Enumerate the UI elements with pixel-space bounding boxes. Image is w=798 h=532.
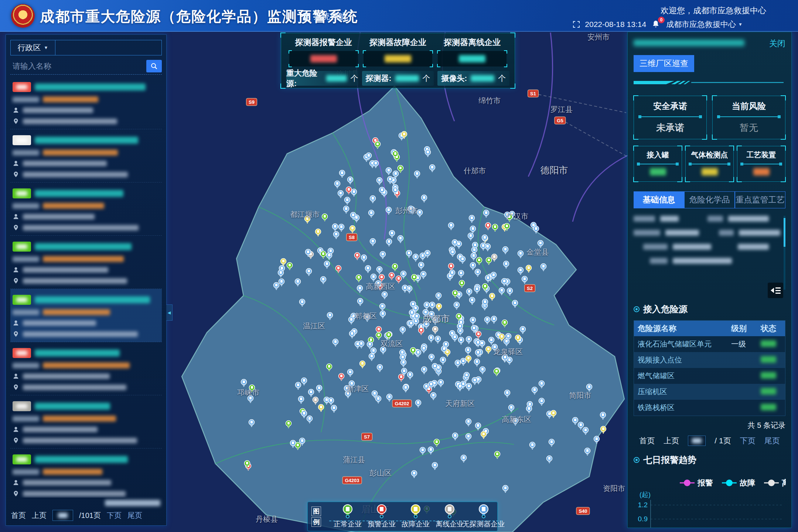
detail-stat-box: 气体检测点 bbox=[685, 146, 734, 182]
company-list-item[interactable] bbox=[10, 76, 162, 129]
svg-text:故障: 故障 bbox=[739, 478, 755, 487]
legend-node-icon bbox=[482, 515, 485, 518]
fullscreen-icon[interactable] bbox=[573, 21, 580, 28]
legend-item: 故障企业 bbox=[399, 504, 433, 529]
info-scrollbar[interactable] bbox=[784, 216, 785, 290]
redacted-status-value bbox=[761, 356, 776, 363]
company-list-item[interactable] bbox=[10, 129, 162, 183]
redacted-address-text bbox=[23, 172, 128, 177]
legend-node-icon bbox=[346, 515, 349, 518]
person-icon bbox=[13, 160, 19, 167]
road-number-badge: G4202 bbox=[392, 400, 412, 407]
hazard-table: 危险源名称级别状态液化石油气储罐区单元一级视频接入点位燃气储罐区压缩机区铁路栈桥… bbox=[634, 320, 785, 416]
pager-next-button[interactable]: 下页 bbox=[107, 511, 122, 521]
city-label: 高新东区 bbox=[502, 415, 531, 424]
location-pin-icon bbox=[13, 118, 19, 125]
hazard-table-row[interactable]: 液化石油气储罐区单元一级 bbox=[634, 336, 785, 352]
pager-prev-button[interactable]: 上页 bbox=[32, 511, 47, 521]
stat-card-value bbox=[364, 51, 432, 66]
person-icon bbox=[13, 320, 19, 326]
close-button[interactable]: 关闭 bbox=[769, 38, 785, 49]
road-number-badge: S40 bbox=[576, 507, 590, 515]
legend-item-label: 预警企业 bbox=[368, 519, 396, 529]
redacted-stat-value bbox=[310, 55, 337, 62]
page-number-input[interactable] bbox=[688, 436, 706, 446]
system-nav-button[interactable]: 系统导航 bbox=[303, 11, 346, 22]
city-label: 龙泉驿区 bbox=[493, 347, 523, 357]
expand-panel-icon[interactable] bbox=[768, 283, 783, 298]
org-dropdown[interactable]: 成都市应急救援中心 ▼ bbox=[666, 19, 743, 30]
company-status-badge bbox=[13, 135, 31, 145]
redacted-address-text bbox=[23, 225, 139, 231]
legend-item-label: 无探测器企业 bbox=[463, 519, 505, 529]
hazard-section-title: 接入危险源 bbox=[643, 303, 688, 315]
company-list-item[interactable] bbox=[10, 395, 162, 449]
search-input[interactable]: 请输入名称 bbox=[10, 61, 146, 71]
company-list-item[interactable] bbox=[10, 449, 162, 498]
company-list-item[interactable] bbox=[10, 183, 162, 236]
road-number-badge: S8 bbox=[346, 233, 357, 241]
city-label: 双流区 bbox=[381, 339, 403, 349]
company-pin-icon bbox=[377, 504, 386, 514]
tab-active[interactable]: 基础信息 bbox=[634, 191, 684, 208]
pager-last-button[interactable]: 尾页 bbox=[764, 436, 780, 446]
svg-text:1.2: 1.2 bbox=[638, 501, 648, 509]
hazard-table-row[interactable]: 燃气储罐区 bbox=[634, 368, 785, 384]
district-dropdown[interactable]: 行政区 ▼ bbox=[10, 40, 55, 55]
page-total-label: / 1页 bbox=[715, 436, 731, 446]
pager-last-button[interactable]: 尾页 bbox=[127, 511, 142, 521]
tab-inactive[interactable]: 危险化学品 bbox=[684, 191, 735, 208]
location-pin-icon bbox=[13, 384, 19, 391]
hazard-section-header: 接入危险源 bbox=[634, 303, 785, 315]
3d-tour-button[interactable]: 三维厂区巡查 bbox=[634, 55, 694, 72]
detail-stat-box: 工艺装置 bbox=[737, 146, 785, 182]
person-icon bbox=[13, 479, 19, 486]
stat-card-value bbox=[438, 51, 507, 66]
redacted-status-text bbox=[43, 362, 130, 368]
svg-text:离线: 离线 bbox=[781, 478, 786, 487]
record-count-row bbox=[10, 498, 162, 507]
redacted-address-text bbox=[23, 119, 117, 124]
welcome-text: 欢迎您，成都市应急救援中心 bbox=[661, 5, 766, 16]
company-status-badge bbox=[13, 295, 31, 305]
company-pin-icon bbox=[343, 504, 352, 514]
pager-next-button[interactable]: 下页 bbox=[740, 436, 756, 446]
pager-prev-button[interactable]: 上页 bbox=[664, 436, 679, 446]
company-status-badge bbox=[13, 401, 31, 411]
redacted-contact-text bbox=[23, 427, 98, 432]
search-button[interactable] bbox=[146, 60, 162, 72]
redacted-counter-value bbox=[395, 75, 419, 82]
hazard-table-row[interactable]: 视频接入点位 bbox=[634, 352, 785, 368]
pager-first-button[interactable]: 首页 bbox=[11, 511, 26, 521]
district-value-input[interactable] bbox=[55, 40, 162, 55]
tab-inactive[interactable]: 重点监管工艺 bbox=[735, 191, 785, 208]
city-label: 罗江县 bbox=[550, 105, 573, 115]
counter-box: 重大危险源:个 bbox=[286, 71, 358, 86]
company-list-item[interactable] bbox=[10, 342, 162, 395]
legend-node-icon bbox=[448, 515, 451, 518]
city-label: 郫都区 bbox=[355, 311, 377, 321]
svg-text:0.9: 0.9 bbox=[638, 515, 648, 523]
redacted-counter-value bbox=[326, 75, 347, 82]
app-logo-icon bbox=[11, 4, 35, 28]
detector-stats-panel: 探测器报警企业探测器故障企业探测器离线企业 重大危险源:个探测器:个摄像头:个 bbox=[281, 33, 515, 88]
company-pin-icon bbox=[445, 504, 454, 514]
redacted-company-title bbox=[634, 40, 744, 46]
sidebar-collapse-button[interactable]: ◀ bbox=[166, 304, 173, 321]
datetime-text: 2022-08-18 13:14 bbox=[585, 20, 646, 29]
stat-card: 探测器离线企业 bbox=[435, 37, 509, 66]
hazard-table-row[interactable]: 铁路栈桥区 bbox=[634, 400, 785, 416]
notification-badge: 0 bbox=[658, 17, 665, 23]
redacted-company-name bbox=[35, 403, 110, 410]
location-pin-icon bbox=[13, 224, 19, 231]
redacted-record-count bbox=[105, 500, 160, 506]
company-list-item[interactable] bbox=[10, 289, 162, 342]
pager-first-button[interactable]: 首页 bbox=[639, 436, 655, 446]
map-legend-bar: 图例 正常企业预警企业故障企业离线企业无探测器企业 bbox=[307, 502, 498, 531]
city-label: 新津区 bbox=[347, 384, 369, 394]
company-list-item[interactable] bbox=[10, 236, 162, 289]
page-number-input[interactable] bbox=[52, 510, 73, 521]
road-number-badge: S1 bbox=[528, 90, 539, 98]
notification-bell-icon[interactable]: 0 bbox=[651, 20, 661, 29]
hazard-table-row[interactable]: 压缩机区 bbox=[634, 384, 785, 400]
